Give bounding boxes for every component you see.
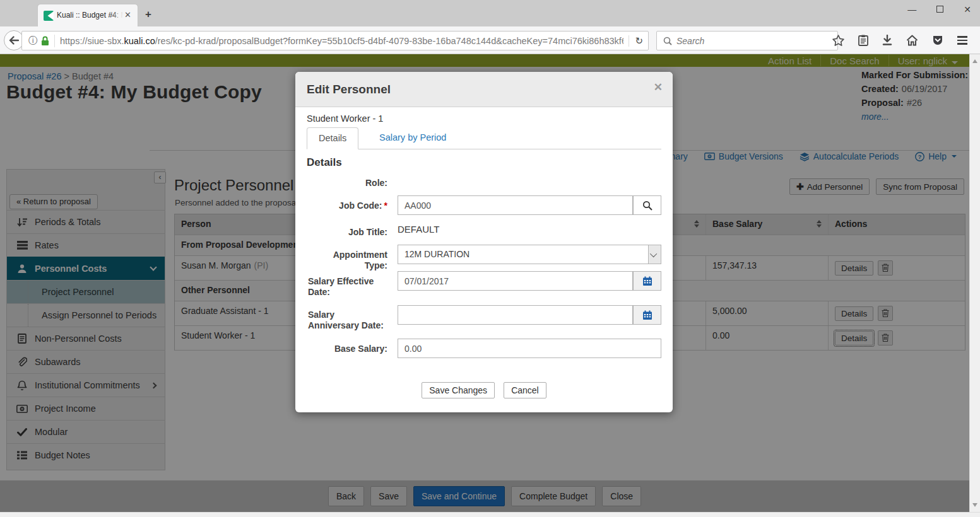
salary-anniversary-date-picker-button[interactable] — [633, 305, 661, 325]
menu-hamburger-icon[interactable] — [957, 36, 967, 44]
salary-effective-date-label: Salary Effective Date: — [308, 276, 387, 298]
pocket-shield-icon[interactable] — [932, 35, 943, 46]
base-salary-input[interactable] — [398, 339, 661, 358]
window-minimize-icon[interactable]: — — [907, 3, 916, 16]
cancel-button[interactable]: Cancel — [504, 382, 546, 398]
appointment-type-value: 12M DURATION — [404, 249, 469, 259]
details-section-heading: Details — [307, 156, 342, 169]
bookmark-star-icon[interactable] — [832, 35, 844, 46]
browser-toolbar: ⓘ https://siue-sbx.kuali.co/res/kc-pd-kr… — [0, 26, 980, 54]
horizontal-scrollbar[interactable] — [0, 512, 980, 517]
salary-anniversary-date-input[interactable] — [398, 305, 633, 325]
clipboard-icon[interactable] — [858, 35, 868, 46]
job-title-label: Job Title: — [308, 227, 387, 238]
browser-search[interactable] — [656, 31, 838, 50]
salary-anniversary-date-label: Salary Anniversary Date: — [308, 310, 387, 331]
job-code-lookup-button[interactable] — [633, 195, 661, 215]
tab-salary-by-period[interactable]: Salary by Period — [368, 127, 458, 149]
browser-tab[interactable]: Kuali :: Budget #4: My Budge ✕ — [38, 4, 138, 26]
tab-close-icon[interactable]: ✕ — [124, 10, 131, 20]
save-changes-button[interactable]: Save Changes — [422, 382, 495, 398]
vertical-scrollbar[interactable] — [969, 54, 980, 512]
calendar-icon — [642, 276, 652, 286]
select-arrow-icon — [648, 245, 661, 264]
window-maximize-icon[interactable] — [936, 6, 943, 13]
salary-effective-date-input[interactable] — [398, 271, 633, 291]
window-titlebar: Kuali :: Budget #4: My Budge ✕ + — ✕ — [0, 0, 980, 26]
window-close-icon[interactable]: ✕ — [964, 3, 971, 16]
edit-personnel-modal: Edit Personnel ✕ Student Worker - 1 Deta… — [295, 72, 673, 412]
modal-tabs: Details Salary by Period — [307, 127, 661, 149]
page-info-icon[interactable]: ⓘ — [28, 35, 37, 47]
job-code-input[interactable] — [398, 195, 633, 215]
appointment-type-select[interactable]: 12M DURATION — [398, 245, 661, 264]
base-salary-label: Base Salary: — [308, 344, 387, 354]
kuali-favicon — [44, 11, 54, 21]
salary-effective-date-picker-button[interactable] — [633, 271, 661, 291]
download-icon[interactable] — [882, 35, 892, 46]
appointment-type-label: Appointment Type: — [308, 250, 387, 271]
role-label: Role: — [308, 178, 387, 189]
url-divider — [54, 35, 55, 47]
home-icon[interactable] — [906, 35, 918, 46]
modal-close-icon[interactable]: ✕ — [654, 81, 663, 94]
browser-window: Kuali :: Budget #4: My Budge ✕ + — ✕ ⓘ h… — [0, 0, 980, 517]
search-icon — [663, 37, 672, 45]
job-code-label: Job Code:* — [308, 200, 387, 211]
tab-details[interactable]: Details — [307, 127, 358, 149]
url-bar[interactable]: ⓘ https://siue-sbx.kuali.co/res/kc-pd-kr… — [21, 31, 649, 50]
reload-icon[interactable]: ↻ — [629, 35, 643, 47]
modal-header: Edit Personnel ✕ — [295, 72, 673, 107]
calendar-icon — [642, 310, 652, 320]
tab-title: Kuali :: Budget #4: My Budge — [57, 11, 123, 21]
required-marker: * — [384, 200, 387, 211]
modal-title: Edit Personnel — [307, 83, 391, 96]
scroll-up-icon[interactable] — [972, 59, 977, 63]
back-arrow-icon — [9, 36, 19, 45]
modal-person-name: Student Worker - 1 — [307, 113, 383, 124]
new-tab-button[interactable]: + — [145, 8, 151, 21]
url-text[interactable]: https://siue-sbx.kuali.co/res/kc-pd-krad… — [60, 36, 623, 46]
secure-lock-icon[interactable] — [41, 36, 49, 46]
search-input[interactable] — [676, 36, 837, 46]
magnifier-icon — [642, 200, 652, 211]
scroll-down-icon[interactable] — [972, 503, 977, 507]
job-title-value: DEFAULT — [398, 224, 439, 235]
